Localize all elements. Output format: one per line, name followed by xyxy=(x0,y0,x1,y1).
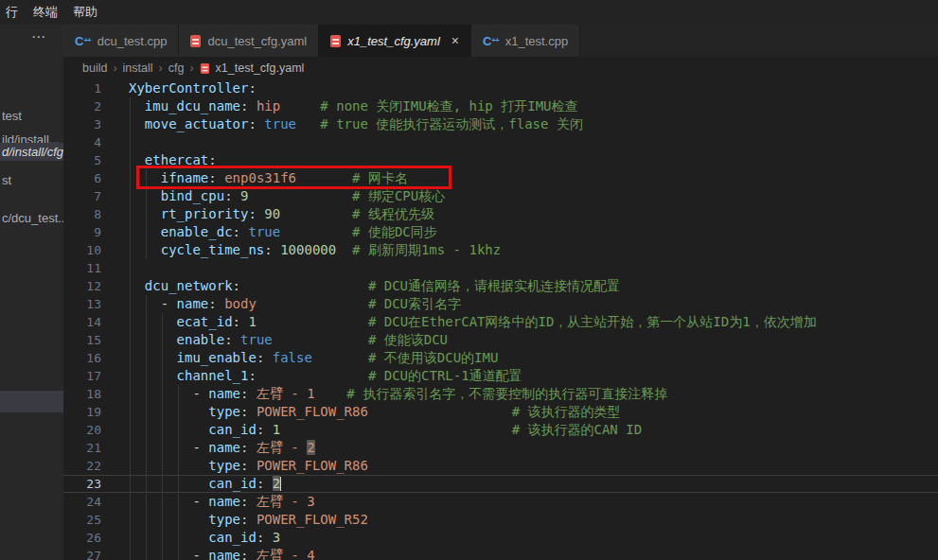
code-line-21[interactable]: 21 - name: 左臂 - 2 xyxy=(63,439,938,457)
code-line-5[interactable]: 5 ethercat: xyxy=(63,151,938,169)
token: - xyxy=(192,386,208,401)
yaml-file-icon xyxy=(190,35,201,47)
code-line-12[interactable]: 12 dcu_network: # DCU通信网络，请根据实机连接情况配置 xyxy=(63,277,938,295)
token: : xyxy=(224,188,232,203)
token xyxy=(280,206,352,221)
tab-label: x1_test.cpp xyxy=(505,34,569,48)
breadcrumb-item-cfg[interactable]: cfg xyxy=(168,61,185,75)
token: # DCU索引名字 xyxy=(368,296,461,311)
tab-x1-test-cfg-yaml[interactable]: x1_test_cfg.yaml× xyxy=(319,25,471,57)
token: 2 xyxy=(273,476,280,491)
token xyxy=(129,440,192,455)
code-line-4[interactable]: 4 xyxy=(63,133,938,151)
code-line-3[interactable]: 3 move_actuator: true # true 使能执行器运动测试，f… xyxy=(63,115,938,133)
code-line-6[interactable]: 6 ifname: enp0s31f6 # 网卡名 xyxy=(63,169,938,187)
code-line-24[interactable]: 24 - name: 左臂 - 3 xyxy=(63,493,938,511)
code-line-20[interactable]: 20 can_id: 1 # 该执行器的CAN ID xyxy=(63,421,938,439)
code-line-9[interactable]: 9 enable_dc: true # 使能DC同步 xyxy=(63,223,938,241)
tab-label: dcu_test.cpp xyxy=(97,34,168,48)
line-number: 17 xyxy=(63,367,101,385)
tab-bar: C++dcu_test.cppdcu_test_cfg.yamlx1_test_… xyxy=(63,25,938,57)
token: # 该执行器的CAN ID xyxy=(512,422,642,437)
cpp-file-icon: C++ xyxy=(483,34,499,48)
token xyxy=(129,494,192,509)
line-number: 24 xyxy=(63,493,101,511)
breadcrumb-item-build[interactable]: build xyxy=(82,61,107,75)
code-line-2[interactable]: 2 imu_dcu_name: hip # none 关闭IMU检查, hip … xyxy=(63,97,938,115)
sidebar-item-3[interactable]: st xyxy=(2,171,63,189)
code-text: cycle_time_ns: 1000000 # 刷新周期1ms - 1khz xyxy=(101,241,501,259)
token xyxy=(233,332,240,347)
code-line-26[interactable]: 26 can_id: 3 xyxy=(63,529,938,547)
sidebar-item-4[interactable]: c/dcu_test... xyxy=(2,209,63,227)
code-line-19[interactable]: 19 type: POWER_FLOW_R86 # 该执行器的类型 xyxy=(63,403,938,421)
token: POWER_FLOW_R86 xyxy=(257,404,368,419)
code-editor[interactable]: 1XyberController:2 imu_dcu_name: hip # n… xyxy=(63,79,938,560)
token: : xyxy=(233,278,240,293)
tab-label: x1_test_cfg.yaml xyxy=(347,34,440,48)
code-line-25[interactable]: 25 type: POWER_FLOW_R52 xyxy=(63,511,938,529)
sidebar-item-2[interactable]: d/install/cfg xyxy=(0,143,63,161)
code-line-7[interactable]: 7 bind_cpu: 9 # 绑定CPU核心 xyxy=(63,187,938,205)
token xyxy=(248,548,256,560)
tab-dcu-test-cpp[interactable]: C++dcu_test.cpp xyxy=(63,25,179,57)
code-text: type: POWER_FLOW_R52 xyxy=(101,511,368,529)
token xyxy=(129,458,208,473)
sidebar-item-0[interactable]: test xyxy=(2,107,63,125)
code-text: type: POWER_FLOW_R86 xyxy=(101,457,368,475)
token: hip xyxy=(257,98,280,114)
code-text: - name: 左臂 - 1 # 执行器索引名字，不需要控制的执行器可直接注释掉 xyxy=(101,385,667,403)
token: dcu_network xyxy=(145,278,233,293)
token: 1 xyxy=(248,314,256,329)
token: name xyxy=(208,494,240,509)
token xyxy=(273,242,280,257)
token: : xyxy=(248,80,256,96)
token xyxy=(257,296,368,311)
close-icon[interactable]: × xyxy=(451,33,459,48)
code-line-15[interactable]: 15 enable: true # 使能该DCU xyxy=(63,331,938,349)
token xyxy=(264,530,272,545)
token xyxy=(368,404,512,419)
token: # 使能该DCU xyxy=(368,332,448,347)
code-line-11[interactable]: 11 xyxy=(63,259,938,277)
code-line-18[interactable]: 18 - name: 左臂 - 1 # 执行器索引名字，不需要控制的执行器可直接… xyxy=(63,385,938,403)
tab-dcu-test-cfg-yaml[interactable]: dcu_test_cfg.yaml xyxy=(179,25,319,57)
code-line-17[interactable]: 17 channel_1: # DCU的CTRL-1通道配置 xyxy=(63,367,938,385)
token xyxy=(129,116,145,131)
code-line-13[interactable]: 13 - name: body # DCU索引名字 xyxy=(63,295,938,313)
sidebar-selection-empty[interactable] xyxy=(0,391,63,412)
code-text: ifname: enp0s31f6 # 网卡名 xyxy=(101,169,408,187)
token: type xyxy=(208,458,240,473)
code-line-1[interactable]: 1XyberController: xyxy=(63,79,938,97)
tab-x1-test-cpp[interactable]: C++x1_test.cpp xyxy=(471,25,580,57)
menu-item-2[interactable]: 帮助 xyxy=(73,4,97,21)
token xyxy=(129,512,208,527)
code-line-14[interactable]: 14 ecat_id: 1 # DCU在EtherCAT网络中的ID，从主站开始… xyxy=(63,313,938,331)
code-lines: 1XyberController:2 imu_dcu_name: hip # n… xyxy=(63,79,938,560)
breadcrumb-item-install[interactable]: install xyxy=(123,61,153,75)
menu-item-0[interactable]: 行 xyxy=(6,4,18,21)
code-text: enable: true # 使能该DCU xyxy=(101,331,448,349)
line-number: 21 xyxy=(63,439,101,457)
code-line-23[interactable]: 23 can_id: 2 xyxy=(63,475,938,493)
tab-label: dcu_test_cfg.yaml xyxy=(207,34,307,48)
token xyxy=(248,512,256,527)
line-number: 2 xyxy=(63,97,101,115)
code-line-16[interactable]: 16 imu_enable: false # 不使用该DCU的IMU xyxy=(63,349,938,367)
code-line-8[interactable]: 8 rt_priority: 90 # 线程优先级 xyxy=(63,205,938,223)
token xyxy=(129,386,192,401)
menu-item-1[interactable]: 终端 xyxy=(33,4,58,21)
token: : xyxy=(208,170,216,185)
code-line-10[interactable]: 10 cycle_time_ns: 1000000 # 刷新周期1ms - 1k… xyxy=(63,241,938,259)
line-number: 13 xyxy=(63,295,101,313)
line-number: 16 xyxy=(63,349,101,367)
breadcrumb-file[interactable]: x1_test_cfg.yaml xyxy=(216,61,305,75)
code-line-22[interactable]: 22 type: POWER_FLOW_R86 xyxy=(63,457,938,475)
token: : xyxy=(208,152,216,167)
token xyxy=(129,404,208,419)
token xyxy=(240,278,368,293)
token: bind_cpu xyxy=(161,188,224,203)
app-shell: ⋯ testild/install...d/install/cfgstc/dcu… xyxy=(0,25,938,560)
more-actions-icon[interactable]: ⋯ xyxy=(31,28,45,45)
code-line-27[interactable]: 27 - name: 左臂 - 4 xyxy=(63,547,938,560)
